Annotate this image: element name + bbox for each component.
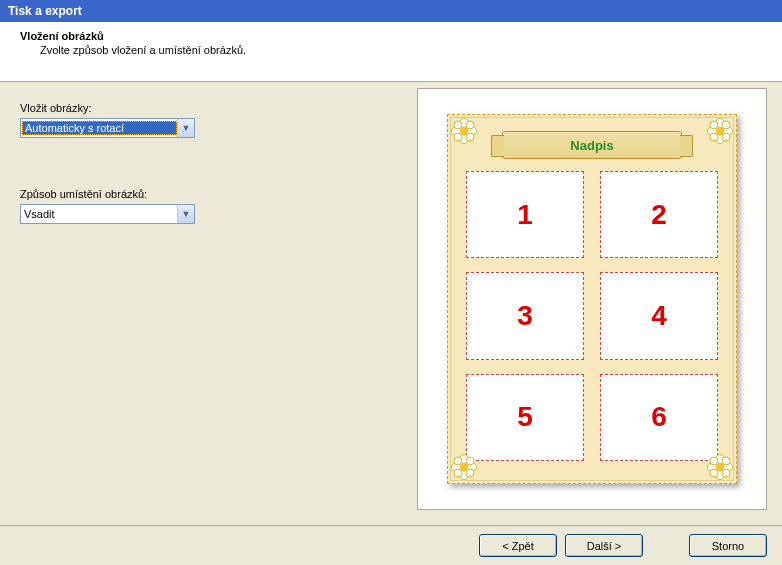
flower-icon — [706, 453, 734, 481]
svg-point-25 — [454, 469, 462, 477]
wizard-content: Vložit obrázky: Automaticky s rotací ▼ Z… — [0, 82, 782, 522]
placement-select[interactable]: Vsadit ▼ — [20, 204, 195, 224]
template-page: Nadpis 1 2 3 4 5 6 — [447, 114, 737, 484]
svg-point-23 — [454, 457, 462, 465]
svg-point-6 — [466, 121, 474, 129]
cancel-button[interactable]: Storno — [689, 534, 767, 557]
template-banner: Nadpis — [502, 131, 682, 159]
header-title: Vložení obrázků — [20, 30, 762, 42]
svg-point-9 — [460, 127, 468, 135]
svg-point-26 — [466, 469, 474, 477]
svg-point-15 — [722, 121, 730, 129]
svg-point-27 — [460, 463, 468, 471]
next-button[interactable]: Další > — [565, 534, 643, 557]
svg-point-7 — [454, 133, 462, 141]
svg-point-32 — [710, 457, 718, 465]
settings-column: Vložit obrázky: Automaticky s rotací ▼ Z… — [20, 102, 220, 224]
flower-icon — [450, 117, 478, 145]
insert-images-value: Automaticky s rotací — [22, 121, 177, 135]
svg-point-36 — [716, 463, 724, 471]
svg-point-17 — [722, 133, 730, 141]
template-cell: 4 — [600, 272, 718, 359]
wizard-header: Vložení obrázků Zvolte způsob vložení a … — [0, 22, 782, 82]
template-cell: 2 — [600, 171, 718, 258]
svg-point-18 — [716, 127, 724, 135]
placement-label: Způsob umístění obrázků: — [20, 188, 220, 200]
svg-point-33 — [722, 457, 730, 465]
template-cell: 3 — [466, 272, 584, 359]
template-grid: 1 2 3 4 5 6 — [466, 171, 718, 461]
back-button[interactable]: < Zpět — [479, 534, 557, 557]
header-subtitle: Zvolte způsob vložení a umístění obrázků… — [40, 44, 762, 56]
svg-point-5 — [454, 121, 462, 129]
window-titlebar: Tisk a export — [0, 0, 782, 22]
flower-icon — [706, 117, 734, 145]
template-cell: 5 — [466, 374, 584, 461]
svg-point-34 — [710, 469, 718, 477]
chevron-down-icon: ▼ — [177, 205, 194, 223]
placement-value: Vsadit — [21, 208, 177, 220]
svg-point-8 — [466, 133, 474, 141]
template-cell: 1 — [466, 171, 584, 258]
chevron-down-icon: ▼ — [177, 119, 194, 137]
window-title: Tisk a export — [8, 4, 82, 18]
preview-panel: Nadpis 1 2 3 4 5 6 — [417, 88, 767, 510]
banner-text: Nadpis — [570, 138, 613, 153]
flower-icon — [450, 453, 478, 481]
template-cell: 6 — [600, 374, 718, 461]
svg-point-14 — [710, 121, 718, 129]
insert-images-label: Vložit obrázky: — [20, 102, 220, 114]
insert-images-select[interactable]: Automaticky s rotací ▼ — [20, 118, 195, 138]
svg-point-24 — [466, 457, 474, 465]
svg-point-16 — [710, 133, 718, 141]
wizard-buttons: < Zpět Další > Storno — [0, 525, 782, 565]
svg-point-35 — [722, 469, 730, 477]
